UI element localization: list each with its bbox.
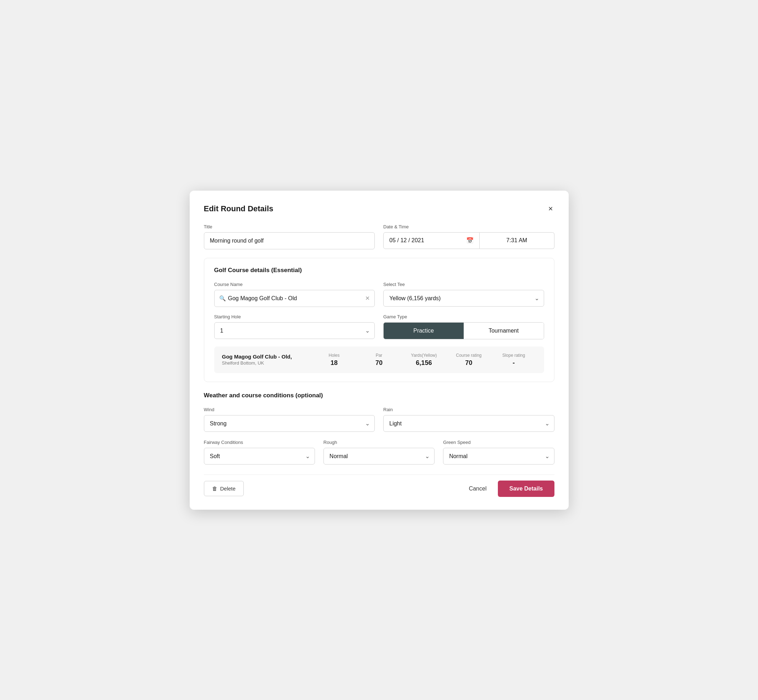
green-speed-select-wrap: Slow Normal Fast ⌄ (443, 448, 554, 464)
game-type-toggle: Practice Tournament (383, 322, 544, 339)
stat-yards: Yards(Yellow) 6,156 (401, 353, 446, 367)
rain-group: Rain None Light Moderate Heavy ⌄ (383, 407, 554, 432)
green-speed-label: Green Speed (443, 440, 554, 445)
course-name-input[interactable] (214, 290, 375, 307)
weather-section: Weather and course conditions (optional)… (204, 392, 554, 464)
weather-row-2: Fairway Conditions Soft Normal Hard ⌄ Ro… (204, 440, 554, 464)
weather-row-1: Wind Calm Light Moderate Strong Very Str… (204, 407, 554, 432)
slope-rating-value: - (491, 359, 536, 367)
time-input[interactable]: 7:31 AM (480, 232, 554, 249)
holes-value: 18 (312, 359, 357, 367)
rough-select[interactable]: Soft Normal Hard (324, 448, 434, 464)
course-info-row: Gog Magog Golf Club - Old, Shelford Bott… (214, 347, 544, 373)
datetime-inputs: 05 / 12 / 2021 📅 7:31 AM (383, 232, 554, 249)
select-tee-label: Select Tee (383, 282, 544, 287)
fairway-select-wrap: Soft Normal Hard ⌄ (204, 448, 315, 464)
course-info-name: Gog Magog Golf Club - Old, Shelford Bott… (222, 353, 312, 366)
footer-right: Cancel Save Details (466, 481, 554, 497)
delete-label: Delete (220, 486, 236, 492)
wind-label: Wind (204, 407, 375, 412)
select-tee-input[interactable]: Yellow (6,156 yards) Red (5,200 yards) W… (383, 290, 544, 306)
rough-select-wrap: Soft Normal Hard ⌄ (324, 448, 434, 464)
wind-group: Wind Calm Light Moderate Strong Very Str… (204, 407, 375, 432)
holes-label: Holes (312, 353, 357, 358)
tournament-button[interactable]: Tournament (464, 323, 544, 339)
rough-label: Rough (324, 440, 434, 445)
golf-course-title: Golf Course details (Essential) (214, 267, 544, 274)
green-speed-select[interactable]: Slow Normal Fast (443, 448, 554, 464)
select-tee-group: Select Tee Yellow (6,156 yards) Red (5,2… (383, 282, 544, 307)
datetime-label: Date & Time (383, 224, 554, 230)
green-speed-group: Green Speed Slow Normal Fast ⌄ (443, 440, 554, 464)
save-button[interactable]: Save Details (498, 481, 554, 497)
course-top-row: Course Name 🔍 ✕ Select Tee Yellow (6,156… (214, 282, 544, 307)
modal-title: Edit Round Details (204, 204, 274, 213)
wind-select[interactable]: Calm Light Moderate Strong Very Strong (204, 415, 375, 432)
title-input[interactable] (204, 232, 375, 249)
edit-round-modal: Edit Round Details × Title Date & Time 0… (190, 191, 568, 510)
course-rating-label: Course rating (446, 353, 491, 358)
golf-course-section: Golf Course details (Essential) Course N… (204, 258, 554, 382)
date-value: 05 / 12 / 2021 (389, 237, 424, 244)
course-name-group: Course Name 🔍 ✕ (214, 282, 375, 307)
title-label: Title (204, 224, 375, 230)
game-type-label: Game Type (383, 314, 544, 319)
par-label: Par (357, 353, 401, 358)
yards-value: 6,156 (401, 359, 446, 367)
fairway-group: Fairway Conditions Soft Normal Hard ⌄ (204, 440, 315, 464)
calendar-icon: 📅 (466, 237, 474, 244)
par-value: 70 (357, 359, 401, 367)
rough-group: Rough Soft Normal Hard ⌄ (324, 440, 434, 464)
rain-label: Rain (383, 407, 554, 412)
time-value: 7:31 AM (487, 237, 547, 244)
course-name-input-wrap: 🔍 ✕ (214, 290, 375, 307)
stat-course-rating: Course rating 70 (446, 353, 491, 367)
weather-title: Weather and course conditions (optional) (204, 392, 554, 399)
clear-icon[interactable]: ✕ (365, 295, 370, 302)
stat-slope-rating: Slope rating - (491, 353, 536, 367)
course-bottom-row: Starting Hole 1 10 ⌄ Game Type Practice … (214, 314, 544, 339)
datetime-group: Date & Time 05 / 12 / 2021 📅 7:31 AM (383, 224, 554, 249)
close-button[interactable]: × (547, 203, 554, 214)
slope-rating-label: Slope rating (491, 353, 536, 358)
stat-par: Par 70 (357, 353, 401, 367)
starting-hole-wrap: 1 10 ⌄ (214, 322, 375, 339)
rain-select-wrap: None Light Moderate Heavy ⌄ (383, 415, 554, 432)
course-rating-value: 70 (446, 359, 491, 367)
title-group: Title (204, 224, 375, 249)
search-icon: 🔍 (219, 295, 226, 302)
practice-button[interactable]: Practice (384, 323, 464, 339)
date-input[interactable]: 05 / 12 / 2021 📅 (383, 232, 480, 249)
stat-holes: Holes 18 (312, 353, 357, 367)
rain-select[interactable]: None Light Moderate Heavy (383, 415, 554, 432)
fairway-select[interactable]: Soft Normal Hard (204, 448, 315, 464)
course-info-name-bold: Gog Magog Golf Club - Old, (222, 353, 312, 359)
starting-hole-label: Starting Hole (214, 314, 375, 319)
title-datetime-row: Title Date & Time 05 / 12 / 2021 📅 7:31 … (204, 224, 554, 249)
wind-select-wrap: Calm Light Moderate Strong Very Strong ⌄ (204, 415, 375, 432)
yards-label: Yards(Yellow) (401, 353, 446, 358)
cancel-button[interactable]: Cancel (466, 481, 489, 496)
course-name-label: Course Name (214, 282, 375, 287)
fairway-label: Fairway Conditions (204, 440, 315, 445)
starting-hole-select[interactable]: 1 10 (214, 322, 375, 339)
delete-button[interactable]: 🗑 Delete (204, 481, 244, 496)
course-info-location: Shelford Bottom, UK (222, 360, 312, 366)
trash-icon: 🗑 (212, 486, 218, 492)
modal-header: Edit Round Details × (204, 203, 554, 214)
select-tee-wrap: Yellow (6,156 yards) Red (5,200 yards) W… (383, 290, 544, 306)
game-type-group: Game Type Practice Tournament (383, 314, 544, 339)
modal-footer: 🗑 Delete Cancel Save Details (204, 475, 554, 497)
starting-hole-group: Starting Hole 1 10 ⌄ (214, 314, 375, 339)
